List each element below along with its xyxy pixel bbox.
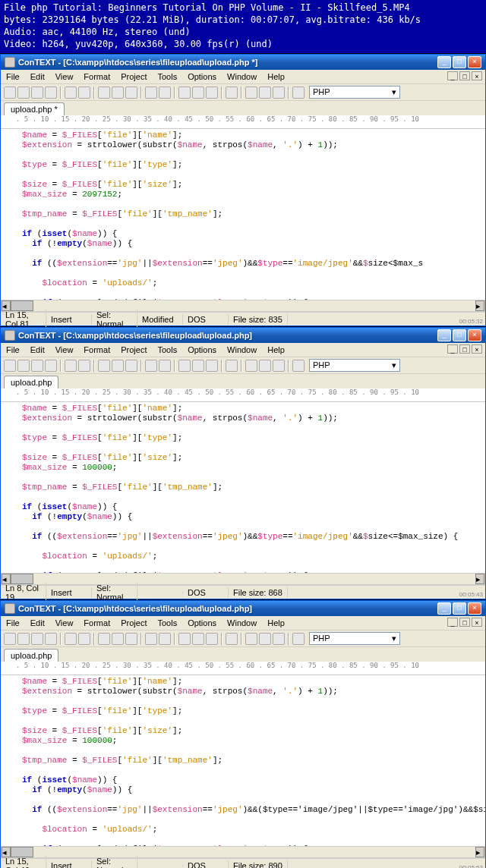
macro-icon[interactable]: [245, 360, 257, 372]
file-tab[interactable]: upload.php: [4, 649, 58, 662]
preview-icon[interactable]: [78, 86, 90, 99]
menu-help[interactable]: Help: [265, 618, 287, 628]
mdi-restore-icon[interactable]: □: [459, 344, 470, 354]
menu-options[interactable]: Options: [185, 71, 219, 82]
record-icon[interactable]: [259, 86, 271, 99]
tool-icon[interactable]: [226, 633, 238, 645]
print-icon[interactable]: [65, 86, 77, 99]
copy-icon[interactable]: [112, 633, 124, 645]
menu-window[interactable]: Window: [225, 344, 259, 355]
menu-options[interactable]: Options: [185, 618, 219, 628]
cut-icon[interactable]: [98, 360, 110, 372]
undo-icon[interactable]: [145, 633, 157, 645]
paste-icon[interactable]: [125, 86, 137, 99]
menu-view[interactable]: View: [53, 71, 76, 82]
code-editor[interactable]: $name = $_FILES['file']['name']; $extens…: [1, 129, 485, 300]
menu-format[interactable]: Format: [81, 618, 112, 628]
findnext-icon[interactable]: [192, 86, 204, 99]
menu-format[interactable]: Format: [81, 71, 112, 82]
menu-file[interactable]: File: [4, 344, 22, 355]
close-button[interactable]: ×: [468, 602, 481, 615]
mdi-minimize-icon[interactable]: _: [447, 344, 458, 354]
mdi-restore-icon[interactable]: □: [459, 618, 470, 627]
new-icon[interactable]: [4, 633, 16, 645]
menu-help[interactable]: Help: [265, 344, 287, 355]
open-icon[interactable]: [17, 360, 30, 372]
menu-edit[interactable]: Edit: [28, 618, 47, 628]
paste-icon[interactable]: [125, 360, 137, 372]
undo-icon[interactable]: [145, 86, 157, 99]
tool-icon[interactable]: [226, 360, 238, 372]
titlebar[interactable]: ConTEXT - [C:\xampp\htdocs\series\fileup…: [1, 328, 485, 343]
saveall-icon[interactable]: [45, 360, 57, 372]
preview-icon[interactable]: [78, 633, 90, 645]
scroll-right-icon[interactable]: ▸: [475, 847, 484, 857]
language-dropdown[interactable]: PHP▾: [309, 86, 400, 99]
minimize-button[interactable]: _: [437, 602, 451, 615]
menu-tools[interactable]: Tools: [155, 71, 179, 82]
menu-project[interactable]: Project: [118, 618, 149, 628]
print-icon[interactable]: [65, 633, 77, 645]
save-icon[interactable]: [31, 360, 43, 372]
mdi-close-icon[interactable]: ×: [472, 618, 482, 627]
play-icon[interactable]: [273, 360, 285, 372]
preview-icon[interactable]: [78, 360, 90, 372]
menu-window[interactable]: Window: [225, 618, 259, 628]
find-icon[interactable]: [178, 633, 191, 645]
copy-icon[interactable]: [112, 86, 124, 99]
mdi-minimize-icon[interactable]: _: [447, 71, 458, 80]
findnext-icon[interactable]: [192, 360, 204, 372]
menu-edit[interactable]: Edit: [28, 71, 47, 82]
new-icon[interactable]: [4, 86, 16, 99]
mdi-close-icon[interactable]: ×: [472, 71, 482, 80]
code-editor[interactable]: $name = $_FILES['file']['name']; $extens…: [1, 402, 485, 573]
close-button[interactable]: ×: [468, 329, 481, 341]
record-icon[interactable]: [259, 633, 271, 645]
replace-icon[interactable]: [206, 86, 218, 99]
close-button[interactable]: ×: [468, 56, 481, 68]
maximize-button[interactable]: □: [453, 329, 466, 341]
find-icon[interactable]: [178, 86, 191, 99]
titlebar[interactable]: ConTEXT - [C:\xampp\htdocs\series\fileup…: [1, 601, 485, 616]
macro-icon[interactable]: [245, 633, 257, 645]
cut-icon[interactable]: [98, 633, 110, 645]
menu-file[interactable]: File: [4, 618, 22, 628]
menu-project[interactable]: Project: [118, 71, 149, 82]
help-icon[interactable]: [292, 633, 305, 645]
cut-icon[interactable]: [98, 86, 110, 99]
menu-view[interactable]: View: [53, 344, 76, 355]
redo-icon[interactable]: [159, 360, 171, 372]
minimize-button[interactable]: _: [437, 56, 451, 68]
copy-icon[interactable]: [112, 360, 124, 372]
open-icon[interactable]: [17, 633, 30, 645]
save-icon[interactable]: [31, 86, 43, 99]
horizontal-scrollbar[interactable]: ◂▸: [1, 300, 485, 312]
file-tab[interactable]: upload.php *: [4, 102, 65, 115]
play-icon[interactable]: [273, 633, 285, 645]
findnext-icon[interactable]: [192, 633, 204, 645]
print-icon[interactable]: [65, 360, 77, 372]
code-editor[interactable]: $name = $_FILES['file']['name']; $extens…: [1, 675, 485, 846]
open-icon[interactable]: [17, 86, 30, 99]
scroll-right-icon[interactable]: ▸: [475, 300, 484, 311]
minimize-button[interactable]: _: [437, 329, 451, 341]
language-dropdown[interactable]: PHP▾: [309, 632, 400, 645]
menu-view[interactable]: View: [53, 618, 76, 628]
saveall-icon[interactable]: [45, 633, 57, 645]
record-icon[interactable]: [259, 360, 271, 372]
saveall-icon[interactable]: [45, 86, 57, 99]
file-tab[interactable]: upload.php: [4, 376, 58, 388]
mdi-restore-icon[interactable]: □: [459, 71, 470, 80]
new-icon[interactable]: [4, 360, 16, 372]
mdi-close-icon[interactable]: ×: [472, 344, 482, 354]
titlebar[interactable]: ConTEXT - [C:\xampp\htdocs\series\fileup…: [1, 55, 485, 70]
menu-help[interactable]: Help: [265, 71, 287, 82]
undo-icon[interactable]: [145, 360, 157, 372]
paste-icon[interactable]: [125, 633, 137, 645]
menu-edit[interactable]: Edit: [28, 344, 47, 355]
save-icon[interactable]: [31, 633, 43, 645]
menu-options[interactable]: Options: [185, 344, 219, 355]
menu-tools[interactable]: Tools: [155, 618, 179, 628]
maximize-button[interactable]: □: [453, 56, 466, 68]
help-icon[interactable]: [292, 86, 305, 99]
